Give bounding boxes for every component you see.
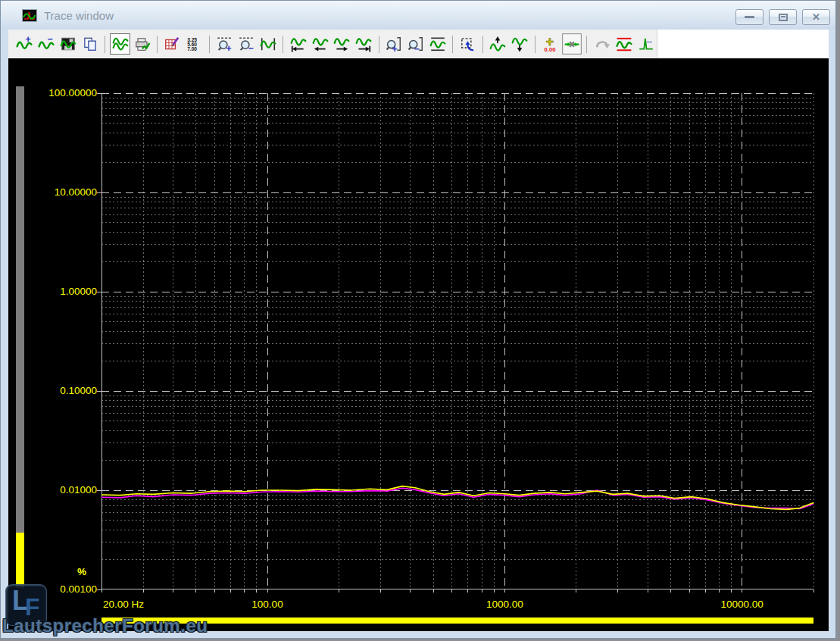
show-value-list-button[interactable]: 3.255.607.00 bbox=[184, 33, 205, 55]
svg-text:+: + bbox=[26, 36, 31, 45]
zoom-in-horizontal-button[interactable]: + bbox=[214, 33, 235, 55]
copy-trace-button[interactable] bbox=[80, 33, 101, 55]
scroll-to-start-button[interactable] bbox=[288, 33, 308, 55]
delay-impulse-icon: ↔ bbox=[638, 36, 654, 52]
x-axis-tick-label: 1000.00 bbox=[459, 599, 550, 611]
num-list-icon: 3.255.607.00 bbox=[186, 36, 202, 52]
nav-right-icon bbox=[333, 36, 350, 52]
plot-area[interactable] bbox=[101, 93, 813, 589]
overlay-waves-icon bbox=[112, 36, 129, 52]
svg-text:−: − bbox=[248, 43, 254, 52]
impulse-delay-button[interactable]: ↔ bbox=[635, 33, 656, 55]
add-trace-button[interactable]: + bbox=[14, 33, 35, 55]
bottom-sweep-band bbox=[101, 618, 813, 624]
print-traces-button[interactable] bbox=[132, 33, 152, 55]
scroll-to-end-button[interactable] bbox=[354, 33, 374, 55]
subtract-trace-button[interactable]: − bbox=[36, 33, 57, 55]
window-controls: ✕ bbox=[735, 9, 830, 25]
svg-text:0.00: 0.00 bbox=[545, 46, 556, 52]
show-overlay-traces-button[interactable] bbox=[110, 33, 130, 55]
toolbar-separator bbox=[452, 36, 453, 53]
svg-text:+: + bbox=[226, 43, 232, 52]
left-level-meter bbox=[16, 86, 24, 588]
restore-button[interactable] bbox=[769, 9, 797, 25]
svg-text:−: − bbox=[48, 36, 53, 45]
nav-left-icon bbox=[312, 36, 329, 52]
title-bar[interactable]: Trace window ✕ bbox=[1, 1, 835, 30]
svg-text:7.00: 7.00 bbox=[188, 46, 198, 52]
window-client-area: +− 3.255.607.00+− +− + 0.00 bbox=[8, 30, 829, 631]
svg-text:↔: ↔ bbox=[645, 36, 653, 45]
toolbar-row: +− 3.255.607.00+− +− + 0.00 bbox=[8, 30, 829, 59]
zoom-h-in-icon: + bbox=[216, 36, 233, 52]
x-axis-tick-label: 100.00 bbox=[222, 599, 313, 611]
wave-up-icon bbox=[489, 36, 506, 52]
print-wave-icon bbox=[134, 36, 151, 52]
edit-table-icon bbox=[164, 36, 180, 52]
zoom-h-out-icon: − bbox=[238, 36, 254, 52]
toolbar-separator bbox=[157, 36, 158, 53]
svg-text:−: − bbox=[414, 44, 419, 52]
wave-plus-icon: + bbox=[16, 36, 33, 52]
cursor-readout-button[interactable]: + 0.00 bbox=[540, 33, 561, 55]
copy-icon bbox=[82, 36, 98, 52]
shift-trace-down-button[interactable] bbox=[510, 33, 530, 55]
save-trace-button[interactable] bbox=[58, 33, 79, 55]
minimize-button[interactable] bbox=[735, 9, 763, 25]
restore-icon bbox=[779, 14, 788, 21]
nav-last-icon bbox=[355, 36, 372, 52]
fit-y-icon bbox=[429, 36, 446, 52]
fit-x-icon bbox=[260, 36, 276, 52]
center-cursor-button[interactable] bbox=[562, 33, 582, 55]
toolbar-separator bbox=[209, 36, 210, 53]
restore-view-button[interactable] bbox=[592, 33, 612, 55]
zoom-rect-icon bbox=[460, 36, 476, 52]
zoom-out-vertical-button[interactable]: − bbox=[406, 33, 426, 55]
x-axis-tick-label: 10000.00 bbox=[697, 599, 788, 611]
window-title: Trace window bbox=[44, 9, 114, 22]
toolbar-separator bbox=[105, 36, 105, 53]
origin-cursor-icon: + 0.00 bbox=[542, 36, 558, 52]
scroll-right-button[interactable] bbox=[332, 33, 352, 55]
minimize-icon bbox=[745, 16, 754, 18]
zoom-v-out-icon: − bbox=[408, 36, 424, 52]
x-axis-tick-label: 20.00 Hz bbox=[103, 599, 144, 611]
trace-window: Trace window ✕ +− bbox=[0, 0, 836, 639]
wave-minus-icon: − bbox=[38, 36, 55, 52]
revert-gray-icon bbox=[594, 36, 610, 52]
wave-down-icon bbox=[511, 36, 528, 52]
save-wave-icon bbox=[60, 36, 77, 52]
distortion-limits-button[interactable] bbox=[614, 33, 634, 55]
close-icon: ✕ bbox=[812, 12, 820, 22]
nav-first-icon bbox=[290, 36, 307, 52]
center-markers-icon bbox=[564, 36, 580, 52]
close-button[interactable]: ✕ bbox=[802, 9, 830, 25]
plot-client: % 100.0000010.000001.000000.100000.01000… bbox=[8, 58, 829, 631]
shift-trace-up-button[interactable] bbox=[488, 33, 508, 55]
app-icon bbox=[22, 9, 37, 22]
toolbar: +− 3.255.607.00+− +− + 0.00 bbox=[8, 30, 657, 58]
level-meter-fill bbox=[16, 533, 24, 586]
zoom-out-horizontal-button[interactable]: − bbox=[236, 33, 257, 55]
toolbar-separator bbox=[586, 36, 587, 53]
toolbar-separator bbox=[283, 36, 283, 53]
scroll-left-button[interactable] bbox=[310, 33, 330, 55]
toolbar-separator bbox=[482, 36, 483, 53]
zoom-in-vertical-button[interactable]: + bbox=[384, 33, 404, 55]
edit-value-table-button[interactable] bbox=[162, 33, 183, 55]
fit-vertical-button[interactable] bbox=[427, 33, 448, 55]
toolbar-separator bbox=[535, 36, 536, 53]
zoom-v-in-icon: + bbox=[386, 36, 402, 52]
toolbar-separator bbox=[379, 36, 379, 53]
limit-wave-icon bbox=[616, 36, 632, 52]
zoom-selection-button[interactable] bbox=[457, 33, 478, 55]
svg-text:+: + bbox=[392, 44, 398, 52]
fit-horizontal-button[interactable] bbox=[258, 33, 278, 55]
